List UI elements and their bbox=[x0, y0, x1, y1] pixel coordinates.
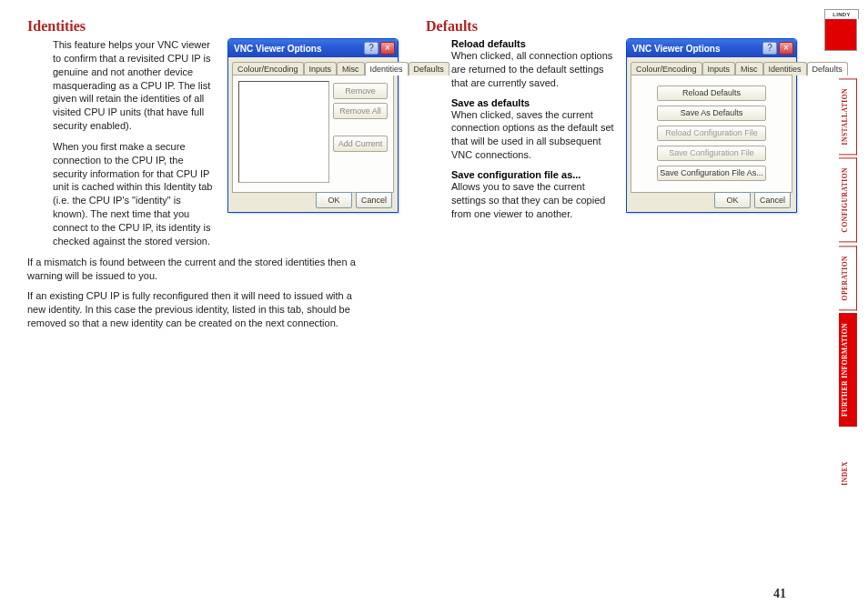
dialog-title: VNC Viewer Options bbox=[632, 44, 761, 54]
dialog-title: VNC Viewer Options bbox=[234, 44, 362, 54]
reload-config-file-button[interactable]: Reload Configuration File bbox=[657, 126, 766, 141]
page-number: 41 bbox=[773, 587, 786, 601]
identities-para2: When you first make a secure connection … bbox=[53, 140, 218, 248]
nav-installation[interactable]: INSTALLATION bbox=[839, 78, 857, 155]
tab-colour-encoding[interactable]: Colour/Encoding bbox=[631, 62, 702, 75]
identities-para3: If a mismatch is found between the curre… bbox=[27, 256, 368, 283]
brand-logo bbox=[824, 18, 857, 51]
save-config-file-as-button[interactable]: Save Configuration File As... bbox=[657, 166, 766, 181]
dialog-tabs: Colour/Encoding Inputs Misc Identities D… bbox=[631, 61, 792, 75]
identities-heading: Identities bbox=[27, 18, 391, 35]
defaults-dialog: VNC Viewer Options ? × Colour/Encoding I… bbox=[626, 38, 797, 213]
nav-configuration[interactable]: CONFIGURATION bbox=[839, 157, 857, 242]
tab-inputs[interactable]: Inputs bbox=[304, 62, 338, 75]
tab-colour-encoding[interactable]: Colour/Encoding bbox=[232, 62, 304, 75]
defaults-tabpanel: Reload Defaults Save As Defaults Reload … bbox=[631, 75, 792, 193]
identities-tabpanel: Remove Remove All Add Current bbox=[232, 75, 394, 193]
help-icon[interactable]: ? bbox=[762, 42, 777, 55]
save-config-text: Allows you to save the current settings … bbox=[451, 180, 617, 221]
close-icon[interactable]: × bbox=[779, 42, 793, 55]
cancel-button[interactable]: Cancel bbox=[754, 192, 791, 208]
ok-button[interactable]: OK bbox=[714, 192, 751, 208]
dialog-titlebar: VNC Viewer Options ? × bbox=[627, 39, 796, 57]
identities-para1: This feature helps your VNC viewer to co… bbox=[53, 38, 218, 133]
tab-identities[interactable]: Identities bbox=[763, 62, 807, 75]
reload-defaults-text: When clicked, all connection options are… bbox=[451, 49, 617, 90]
cancel-button[interactable]: Cancel bbox=[356, 192, 392, 208]
reload-defaults-button[interactable]: Reload Defaults bbox=[657, 86, 766, 101]
side-nav: INSTALLATION CONFIGURATION OPERATION FUR… bbox=[813, 18, 857, 498]
tab-defaults[interactable]: Defaults bbox=[807, 62, 848, 75]
tab-misc[interactable]: Misc bbox=[735, 62, 763, 75]
help-icon[interactable]: ? bbox=[364, 42, 378, 55]
tab-inputs[interactable]: Inputs bbox=[702, 62, 736, 75]
tab-identities[interactable]: Identities bbox=[365, 62, 409, 75]
defaults-heading: Defaults bbox=[426, 18, 790, 35]
nav-index[interactable]: INDEX bbox=[839, 452, 857, 495]
close-icon[interactable]: × bbox=[380, 42, 395, 55]
identities-listbox[interactable] bbox=[238, 81, 329, 183]
identities-para4: If an existing CPU IP is fully reconfigu… bbox=[27, 289, 368, 330]
remove-all-button[interactable]: Remove All bbox=[333, 103, 388, 119]
tab-misc[interactable]: Misc bbox=[337, 62, 365, 75]
identities-dialog: VNC Viewer Options ? × Colour/Encoding I… bbox=[227, 38, 399, 213]
save-as-defaults-button[interactable]: Save As Defaults bbox=[657, 106, 766, 121]
nav-operation[interactable]: OPERATION bbox=[839, 246, 857, 310]
ok-button[interactable]: OK bbox=[316, 192, 352, 208]
dialog-titlebar: VNC Viewer Options ? × bbox=[228, 39, 398, 57]
save-config-file-button[interactable]: Save Configuration File bbox=[657, 146, 766, 161]
dialog-tabs: Colour/Encoding Inputs Misc Identities D… bbox=[232, 61, 394, 75]
nav-further-information[interactable]: FURTHER INFORMATION bbox=[839, 313, 857, 427]
add-current-button[interactable]: Add Current bbox=[333, 136, 388, 152]
save-as-defaults-text: When clicked, saves the current connecti… bbox=[451, 108, 617, 162]
remove-button[interactable]: Remove bbox=[333, 83, 388, 99]
